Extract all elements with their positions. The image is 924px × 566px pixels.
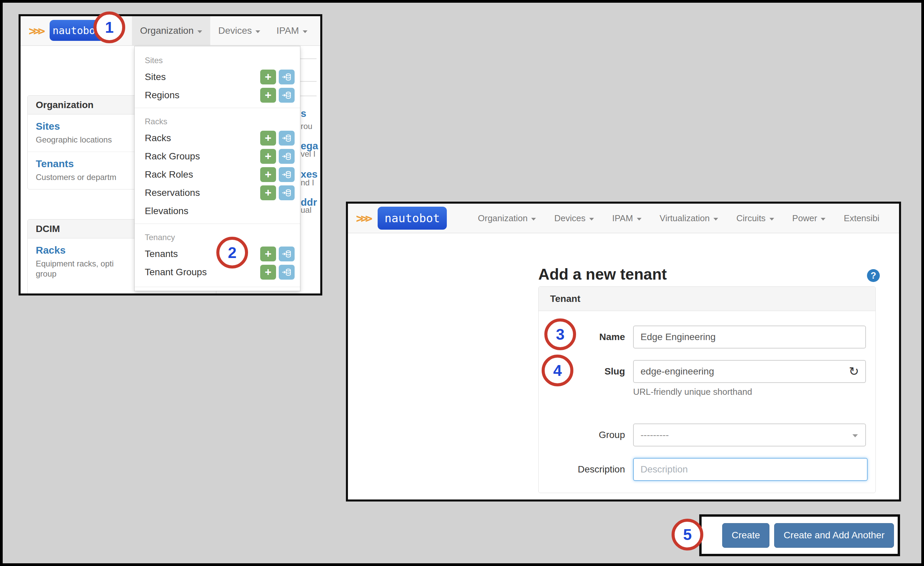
screenshot-add-tenant-form: >>> nautobot Organization Devices IPAM V…	[346, 202, 901, 501]
menu-item-regions[interactable]: Regions +	[135, 86, 300, 104]
menu-item-label: Reservations	[145, 187, 200, 198]
database-import-icon	[282, 188, 292, 198]
nautobot-chevrons-icon: >>>	[356, 204, 373, 233]
menu-divider	[135, 108, 300, 108]
page-fragment-line	[300, 81, 316, 82]
menu-item-label: Elevations	[145, 206, 188, 217]
menu-section-header-racks: Racks	[135, 111, 300, 129]
chevron-down-icon	[637, 218, 642, 221]
add-regions-button[interactable]: +	[260, 88, 276, 103]
nav-item-label: Organization	[140, 25, 194, 36]
menu-item-actions: +	[260, 185, 295, 200]
menu-item-rack-groups[interactable]: Rack Groups +	[135, 147, 300, 166]
nav-item-label: Devices	[554, 213, 585, 224]
database-import-icon	[282, 151, 292, 161]
menu-section-header-tenancy: Tenancy	[135, 227, 300, 245]
plus-icon: +	[265, 132, 272, 143]
menu-item-racks[interactable]: Racks +	[135, 129, 300, 147]
create-button[interactable]: Create	[722, 523, 770, 548]
chevron-down-icon	[770, 218, 774, 221]
menu-item-label: Regions	[145, 90, 180, 101]
menu-item-label: Tenants	[145, 248, 178, 259]
import-sites-button[interactable]	[279, 69, 295, 84]
navbar-menu: Organization Devices IPAM Virtualization…	[469, 204, 899, 233]
database-import-icon	[282, 72, 292, 82]
plus-icon: +	[265, 169, 272, 180]
add-tenants-button[interactable]: +	[260, 247, 276, 261]
add-tenant-groups-button[interactable]: +	[260, 265, 276, 280]
database-import-icon	[282, 267, 292, 277]
annotation-step-1: 1	[93, 12, 125, 43]
slug-help-text: URL-friendly unique shorthand	[633, 387, 752, 397]
menu-item-label: Rack Groups	[145, 151, 200, 162]
nav-item-ipam[interactable]: IPAM	[603, 204, 651, 233]
screenshot-nav-menu: Organization Sites Geographic locations …	[18, 14, 322, 295]
menu-item-label: Rack Roles	[145, 169, 193, 180]
nav-item-label: Devices	[218, 25, 252, 36]
nav-item-circuits[interactable]: Circuits	[727, 204, 783, 233]
nautobot-logo[interactable]: nautobot	[378, 207, 447, 230]
annotation-step-5: 5	[672, 519, 703, 551]
menu-item-tenant-groups[interactable]: Tenant Groups +	[135, 263, 300, 281]
import-reservations-button[interactable]	[279, 185, 295, 200]
menu-item-sites[interactable]: Sites +	[135, 68, 300, 86]
menu-item-actions: +	[260, 149, 295, 164]
nav-item-organization[interactable]: Organization	[469, 204, 545, 233]
menu-item-actions: +	[260, 265, 295, 280]
add-racks-button[interactable]: +	[260, 131, 276, 146]
database-import-icon	[282, 90, 292, 100]
menu-item-elevations[interactable]: Elevations	[135, 202, 300, 220]
plus-icon: +	[265, 248, 272, 259]
menu-item-label: Sites	[145, 72, 166, 83]
add-rack-groups-button[interactable]: +	[260, 149, 276, 164]
menu-item-label: Racks	[145, 133, 171, 143]
nav-item-power[interactable]: Power	[783, 204, 835, 233]
nav-item-devices[interactable]: Devices	[210, 16, 268, 45]
chevron-down-icon	[821, 218, 825, 221]
nav-item-label: Extensibi	[844, 213, 879, 224]
slug-field[interactable]	[633, 360, 843, 383]
annotation-step-3: 3	[544, 318, 576, 350]
page-fragment-link: s	[301, 108, 320, 119]
help-icon[interactable]: ?	[867, 269, 880, 282]
add-rack-roles-button[interactable]: +	[260, 167, 276, 182]
chevron-down-icon	[531, 218, 536, 221]
menu-divider	[135, 224, 300, 224]
import-tenants-button[interactable]	[279, 247, 295, 261]
form-actions-box: Create Create and Add Another	[699, 514, 900, 556]
group-select-value: ---------	[640, 429, 669, 440]
page-fragment-line	[300, 59, 316, 59]
chevron-down-icon	[303, 30, 308, 33]
database-import-icon	[282, 170, 292, 180]
chevron-down-icon	[255, 30, 260, 33]
plus-icon: +	[265, 71, 272, 83]
import-regions-button[interactable]	[279, 88, 295, 103]
page-title: Add a new tenant	[538, 265, 667, 283]
group-select[interactable]: ---------	[633, 423, 866, 446]
page-fragment-desc: vel I	[301, 149, 320, 159]
import-rack-groups-button[interactable]	[279, 149, 295, 164]
nav-item-extensibility[interactable]: Extensibi	[835, 204, 889, 233]
navbar: >>> nautobot Organization Devices IPAM V…	[348, 204, 899, 233]
nav-item-organization[interactable]: Organization	[132, 16, 210, 45]
page-fragment-desc: rou	[301, 122, 320, 131]
add-reservations-button[interactable]: +	[260, 185, 276, 200]
nav-item-devices[interactable]: Devices	[545, 204, 603, 233]
create-and-add-another-button[interactable]: Create and Add Another	[774, 523, 894, 548]
page-fragment-desc: nd I	[301, 178, 320, 187]
group-label: Group	[538, 423, 625, 446]
import-rack-roles-button[interactable]	[279, 167, 295, 182]
import-racks-button[interactable]	[279, 131, 295, 146]
regenerate-slug-button[interactable]: ↻	[842, 360, 866, 383]
nav-item-virtualization[interactable]: Virtualization	[651, 204, 727, 233]
menu-item-actions: +	[260, 247, 295, 261]
menu-item-reservations[interactable]: Reservations +	[135, 184, 300, 202]
plus-icon: +	[265, 266, 272, 278]
description-field[interactable]	[633, 458, 868, 481]
nautobot-chevrons-icon: >>>	[28, 16, 45, 45]
nav-item-ipam[interactable]: IPAM	[268, 16, 315, 45]
menu-item-rack-roles[interactable]: Rack Roles +	[135, 166, 300, 184]
add-sites-button[interactable]: +	[260, 69, 276, 84]
name-field[interactable]	[633, 325, 866, 349]
import-tenant-groups-button[interactable]	[279, 265, 295, 280]
